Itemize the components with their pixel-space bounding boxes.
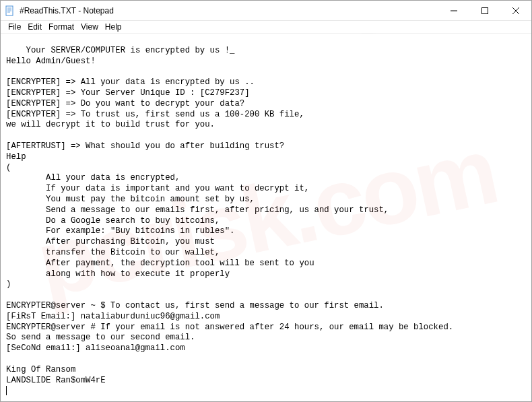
document-text: Your SERVER/COMPUTER is encrypted by us … bbox=[6, 46, 453, 385]
menu-file[interactable]: File bbox=[5, 22, 24, 32]
menu-help[interactable]: Help bbox=[102, 22, 125, 32]
menubar: File Edit Format View Help bbox=[1, 21, 531, 34]
menu-view[interactable]: View bbox=[77, 22, 102, 32]
minimize-button[interactable] bbox=[438, 1, 469, 20]
text-area[interactable]: pcrisk.comYour SERVER/COMPUTER is encryp… bbox=[1, 34, 531, 401]
text-cursor bbox=[6, 386, 7, 395]
notepad-icon bbox=[5, 5, 15, 16]
menu-format[interactable]: Format bbox=[45, 22, 77, 32]
svg-rect-8 bbox=[482, 7, 488, 13]
notepad-window: #ReadThis.TXT - Notepad File Edit Format… bbox=[0, 0, 532, 402]
menu-edit[interactable]: Edit bbox=[24, 22, 45, 32]
window-controls bbox=[438, 1, 531, 20]
titlebar: #ReadThis.TXT - Notepad bbox=[1, 1, 531, 21]
close-button[interactable] bbox=[500, 1, 531, 20]
maximize-button[interactable] bbox=[469, 1, 500, 20]
window-title: #ReadThis.TXT - Notepad bbox=[20, 6, 438, 15]
